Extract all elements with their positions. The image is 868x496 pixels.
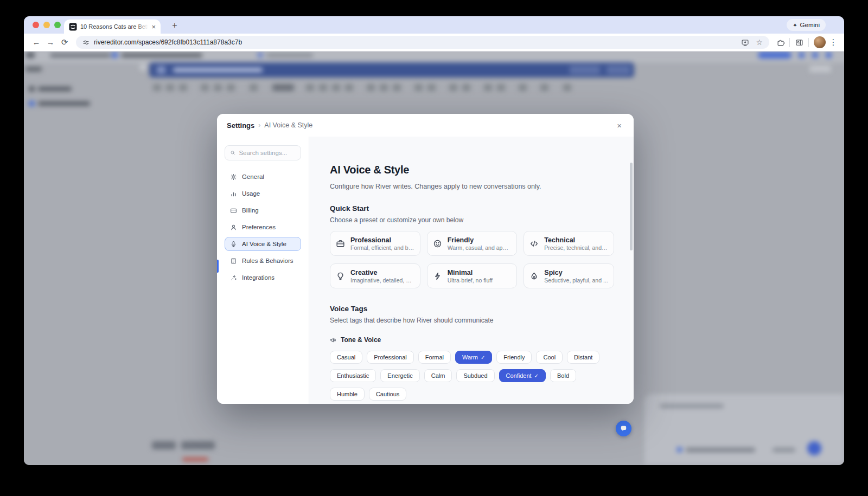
tag-label: Distant	[574, 354, 592, 360]
zoom-window-button[interactable]	[54, 22, 61, 28]
page-subtitle: Configure how River writes. Changes appl…	[330, 183, 614, 190]
tag-humble[interactable]: Humble	[330, 388, 365, 401]
site-settings-icon[interactable]	[82, 39, 90, 46]
sidebar-item-usage[interactable]: Usage	[225, 186, 301, 201]
tag-warm-selected[interactable]: Warm✓	[455, 351, 492, 364]
tag-formal[interactable]: Formal	[418, 351, 451, 364]
speaker-icon	[330, 337, 337, 344]
preset-text: Minimal Ultra-brief, no fluff	[448, 269, 493, 284]
modal-close-icon[interactable]: ×	[615, 120, 624, 131]
profile-avatar[interactable]	[814, 36, 826, 48]
blur-blob	[38, 101, 90, 106]
integrations-wand-icon	[230, 274, 237, 281]
sidebar-item-ai-voice-style[interactable]: AI Voice & Style	[225, 237, 301, 251]
tag-bold[interactable]: Bold	[550, 369, 576, 382]
blur-blob	[414, 84, 423, 91]
blur-blob	[153, 84, 161, 91]
bookmark-star-icon[interactable]: ☆	[756, 38, 763, 47]
install-app-icon[interactable]	[738, 36, 751, 49]
check-icon: ✓	[534, 373, 539, 379]
tag-confident-selected[interactable]: Confident✓	[499, 369, 546, 382]
blur-blob	[139, 64, 147, 70]
tab-close-icon[interactable]: ×	[151, 23, 156, 30]
sidebar-item-integrations[interactable]: Integrations	[225, 270, 301, 285]
tag-label: Cool	[543, 354, 556, 360]
sidebar-item-label: General	[242, 173, 264, 180]
chat-bubble-icon	[620, 424, 628, 433]
preset-spicy[interactable]: Spicy Seductive, playful, and ...	[524, 263, 614, 288]
gemini-label: Gemini	[800, 22, 820, 28]
sidebar-item-general[interactable]: General	[225, 170, 301, 184]
forward-button[interactable]: →	[43, 38, 58, 47]
voice-tags-subtitle: Select tags that describe how River shou…	[330, 317, 614, 324]
blur-blob	[563, 84, 571, 91]
blur-blob	[332, 84, 340, 91]
side-panel-search-icon[interactable]	[793, 36, 806, 49]
blur-blob	[201, 84, 209, 91]
breadcrumb-settings[interactable]: Settings	[227, 121, 254, 130]
toolbar-divider	[789, 38, 790, 47]
reload-button[interactable]: ⟳	[58, 38, 72, 47]
preset-technical[interactable]: Technical Precise, technical, and e...	[524, 231, 614, 256]
tag-casual[interactable]: Casual	[330, 351, 362, 364]
tag-calm[interactable]: Calm	[424, 369, 452, 382]
blur-blob	[319, 84, 327, 91]
blur-blob	[497, 84, 505, 91]
preset-name: Professional	[350, 236, 414, 244]
sparkle-icon: ✦	[793, 22, 797, 28]
new-tab-button[interactable]: +	[168, 19, 181, 32]
tag-cautious[interactable]: Cautious	[369, 388, 406, 401]
chat-fab-button[interactable]	[616, 421, 631, 436]
tag-enthusiastic[interactable]: Enthusiastic	[330, 369, 376, 382]
address-bar[interactable]: rivereditor.com/spaces/692fc8fb013c111a8…	[76, 36, 769, 49]
minimize-window-button[interactable]	[43, 22, 50, 28]
tag-distant[interactable]: Distant	[567, 351, 599, 364]
tag-subdued[interactable]: Subdued	[456, 369, 494, 382]
tone-voice-group: Tone & Voice	[330, 336, 614, 344]
code-icon	[529, 239, 539, 248]
tab-strip: 10 Reasons Cats are Better th × + ✦ Gemi…	[24, 16, 844, 34]
sidebar-item-preferences[interactable]: Preferences	[225, 220, 301, 234]
tag-energetic[interactable]: Energetic	[380, 369, 419, 382]
modal-scrollbar[interactable]	[630, 163, 633, 250]
credit-card-icon	[230, 207, 237, 214]
blur-blob	[367, 84, 375, 91]
browser-menu-icon[interactable]: ⋮	[828, 37, 839, 47]
blur-blob	[257, 52, 263, 58]
settings-nav: General Usage Bill	[225, 170, 301, 285]
preset-minimal[interactable]: Minimal Ultra-brief, no fluff	[427, 263, 518, 288]
blur-blob	[686, 448, 755, 452]
blur-blob	[607, 66, 630, 74]
tag-cool[interactable]: Cool	[536, 351, 563, 364]
search-icon	[230, 150, 235, 156]
preset-description: Formal, efficient, and bu...	[350, 244, 414, 251]
breadcrumb-current: AI Voice & Style	[264, 121, 312, 129]
blur-blob	[152, 441, 176, 449]
extensions-icon[interactable]	[774, 36, 787, 49]
browser-tab[interactable]: 10 Reasons Cats are Better th ×	[64, 20, 161, 34]
blur-blob	[660, 404, 724, 408]
quick-start-title: Quick Start	[330, 204, 614, 212]
preset-text: Creative Imaginative, detailed, an...	[350, 269, 414, 284]
preset-name: Spicy	[544, 269, 608, 277]
tag-label: Energetic	[387, 372, 412, 379]
sidebar-item-billing[interactable]: Billing	[225, 203, 301, 217]
preset-friendly[interactable]: Friendly Warm, casual, and appr...	[427, 231, 518, 256]
tag-professional[interactable]: Professional	[367, 351, 414, 364]
settings-sidebar: General Usage Bill	[217, 137, 309, 404]
sidebar-item-label: Billing	[242, 207, 259, 214]
back-button[interactable]: ←	[29, 38, 43, 47]
blur-blob	[266, 53, 313, 57]
preset-professional[interactable]: Professional Formal, efficient, and bu..…	[330, 231, 420, 256]
settings-search[interactable]	[225, 145, 301, 160]
search-input[interactable]	[239, 150, 296, 156]
sidebar-item-rules-behaviors[interactable]: Rules & Behaviors	[225, 254, 301, 268]
close-window-button[interactable]	[33, 22, 39, 28]
preset-creative[interactable]: Creative Imaginative, detailed, an...	[330, 263, 420, 288]
gemini-button[interactable]: ✦ Gemini	[787, 19, 826, 31]
browser-toolbar: ← → ⟳ rivereditor.com/spaces/692fc8fb013…	[24, 34, 844, 51]
tag-friendly[interactable]: Friendly	[496, 351, 532, 364]
rulebook-icon	[230, 257, 237, 265]
blur-blob	[25, 67, 42, 72]
quick-start-subtitle: Choose a preset or customize your own be…	[330, 216, 614, 224]
